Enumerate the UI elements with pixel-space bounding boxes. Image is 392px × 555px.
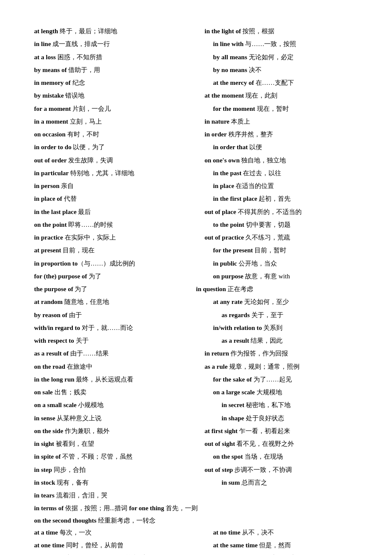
phrase-definition: 公开地，当众: [237, 260, 277, 267]
phrase-definition: 现在，此刻: [244, 92, 277, 99]
phrase-keyword: in particular: [34, 170, 69, 176]
phrase-row: on sale 出售；贱卖on a large scale 大规模地: [34, 387, 358, 399]
phrase-row: in the long run 最终，从长远观点看for the sake of…: [34, 374, 358, 386]
phrase-keyword: in the last place: [34, 208, 77, 215]
phrase-row: in spite of 不管，不顾；尽管，虽然on the spot 当场，在现…: [34, 451, 358, 463]
phrase-right: by no means 决不: [196, 64, 358, 75]
phrase-definition: 当场，在现场: [243, 453, 283, 460]
phrase-row: as a result of 由于……结果in return 作为报答，作为回报: [34, 348, 358, 360]
phrase-keyword: in line: [34, 40, 51, 47]
phrase-keyword: in/with relation to: [213, 324, 262, 331]
phrase-left: at times 有时 for the time being 目前 暂时: [34, 552, 190, 555]
phrase-row: at a loss 困惑，不知所措by all means 无论如何，必定: [34, 52, 358, 64]
phrase-row: on a small scale 小规模地in secret 秘密地，私下地: [34, 399, 358, 411]
phrase-right: on one's own 独自地，独立地: [196, 155, 358, 166]
phrase-right: in the first place 起初，首先: [196, 193, 358, 204]
phrase-definition: （与……）成比例的: [78, 260, 135, 267]
phrase-right: for the moment 现在，暂时: [196, 103, 358, 114]
phrase-keyword: at first sight: [205, 428, 238, 434]
phrase-left: on the side 作为兼职，额外: [34, 425, 190, 436]
phrase-left: in order to do 以便，为了: [34, 142, 190, 153]
phrase-keyword: by reason of: [34, 312, 67, 318]
phrase-right: in question 正在考虑: [196, 283, 358, 295]
phrase-definition: 但是，然而: [258, 542, 291, 549]
phrase-right: to the point 切中要害，切题: [196, 219, 358, 230]
phrase-keyword: in the past: [213, 170, 242, 176]
phrase-definition: 错误地: [64, 92, 85, 99]
phrase-left: at length 终于，最后；详细地: [34, 26, 190, 37]
phrase-definition: 出售；贱卖: [53, 389, 86, 396]
phrase-keyword: in sum: [222, 479, 240, 486]
phrase-definition: 作为兼职，额外: [63, 428, 110, 434]
phrase-row: in tears 流着泪，含泪，哭: [34, 490, 358, 502]
phrase-keyword: on the road: [34, 363, 65, 370]
phrase-left: in the last place 最后: [34, 206, 190, 217]
phrase-definition: 无论如何，必定: [247, 54, 294, 61]
phrase-definition: 由于: [67, 312, 82, 318]
phrase-keyword: at a time: [34, 529, 58, 536]
phrase-keyword: in proportion to: [34, 260, 78, 267]
phrase-definition: 从不，决不: [240, 529, 274, 536]
phrase-keyword: out of step: [205, 466, 233, 473]
phrase-right: at the same time 但是，然而: [196, 540, 358, 551]
phrase-left: in particular 特别地，尤其，详细地: [34, 168, 190, 179]
phrase-definition: 从某种意义上说: [55, 415, 102, 422]
phrase-definition: 秩序井然，整齐: [227, 131, 273, 138]
phrase-keyword: in public: [213, 260, 237, 267]
phrase-definition: 特别地，尤其，详细地: [69, 170, 134, 176]
phrase-right: out of place 不得其所的，不适当的: [196, 206, 358, 217]
phrase-row: in memory of 纪念at the mercy of 在……支配下: [34, 77, 358, 89]
phrase-left: in sight 被看到，在望: [34, 438, 190, 449]
phrase-right: in/with relation to 关系到: [196, 322, 358, 333]
phrase-keyword: in stock: [34, 479, 55, 486]
phrase-right: at the mercy of 在……支配下: [196, 77, 358, 88]
phrase-definition: 同时，曾经，从前曾: [64, 542, 124, 549]
phrase-definition: 处于良好状态: [244, 415, 284, 422]
phrase-keyword: the purpose of: [34, 286, 73, 292]
phrase-left: at a time 每次，一次: [34, 527, 190, 538]
phrase-right: as a result 结果，因此: [196, 335, 358, 346]
phrase-keyword: to the point: [213, 221, 244, 228]
phrase-left: as a result of 由于……结果: [34, 348, 190, 359]
phrase-definition: 困惑，不知所措: [56, 54, 102, 61]
phrase-definition: 目前，暂时: [253, 247, 287, 254]
phrase-definition: 无论如何，至少: [242, 298, 289, 305]
phrase-definition: 故意，有意: [243, 273, 277, 280]
phrase-definition: 关于，至于: [250, 312, 283, 318]
phrase-definition: 秘密地，私下地: [244, 402, 291, 408]
phrase-keyword: by all means: [213, 54, 247, 61]
phrase-keyword: at length: [34, 28, 58, 35]
phrase-left: on the point 即将……的时候: [34, 219, 190, 230]
phrase-right: in line with 与……一致，按照: [196, 38, 358, 49]
phrase-keyword: in return: [205, 350, 229, 357]
phrase-definition: 乍一看，初看起来: [238, 428, 291, 434]
phrase-definition: 步调不一致，不协调: [233, 466, 292, 473]
phrase-definition: 代替: [62, 195, 77, 202]
phrase-row-full: on the second thoughts 经重新考虑，一转念: [34, 515, 358, 526]
phrase-left: in line 成一直线，排成一行: [34, 38, 190, 49]
phrase-definition: 作为报答，作为回报: [229, 350, 288, 357]
phrase-left: with respect to 关于: [34, 335, 190, 346]
phrase-left: in proportion to（与……）成比例的: [34, 258, 190, 269]
phrase-right: as a rule 规章，规则；通常，照例: [196, 361, 358, 372]
phrase-keyword: on purpose: [213, 273, 243, 280]
main-content: at length 终于，最后；详细地in the light of 按照，根据…: [34, 26, 358, 555]
phrase-right: in return 作为报答，作为回报: [196, 348, 358, 359]
phrase-keyword: in order: [205, 131, 227, 138]
phrase-row: in line 成一直线，排成一行in line with 与……一致，按照: [34, 38, 358, 50]
phrase-definition: 看不见，在视野之外: [235, 440, 294, 447]
phrase-definition: 以便: [248, 144, 262, 150]
phrase-row: at random 随意地，任意地at any rate 无论如何，至少: [34, 296, 358, 308]
phrase-left: in step 同步，合拍: [34, 464, 190, 475]
phrase-left: in sense 从某种意义上说: [34, 413, 190, 424]
phrase-definition: 按照，根据: [241, 28, 274, 35]
phrase-left: on sale 出售；贱卖: [34, 387, 190, 398]
phrase-row: on occasion 有时，不时in order 秩序井然，整齐: [34, 129, 358, 141]
phrase-keyword: on occasion: [34, 131, 66, 138]
phrase-right: at no time 从不，决不: [196, 527, 358, 538]
phrase-definition: 小规模地: [77, 402, 104, 408]
phrase-row: in a moment 立刻，马上in nature 本质上: [34, 116, 358, 128]
phrase-keyword: at the same time: [213, 542, 258, 549]
phrase-right: by all means 无论如何，必定: [196, 52, 358, 63]
phrase-right: in secret 秘密地，私下地: [196, 399, 358, 410]
